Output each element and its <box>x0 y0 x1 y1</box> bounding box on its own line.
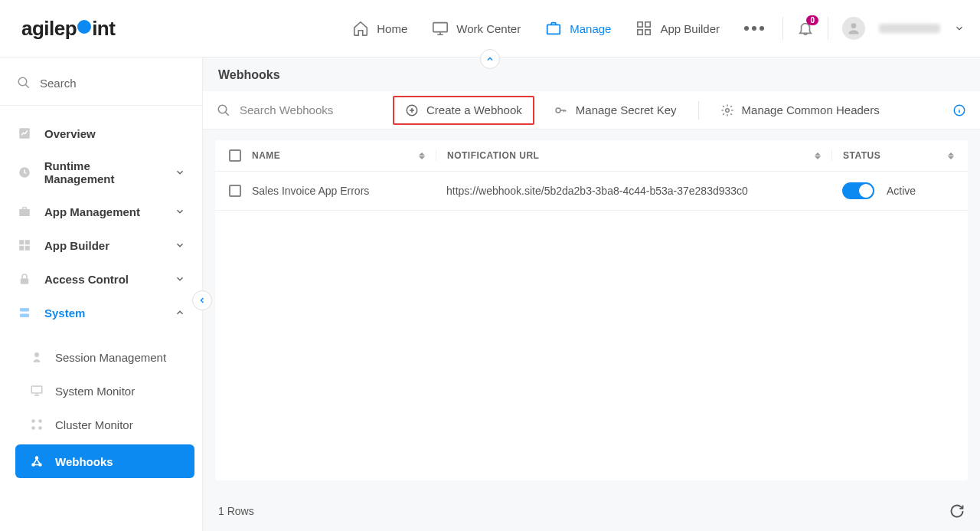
manage-common-headers-button[interactable]: Manage Common Headers <box>710 97 890 123</box>
svg-point-30 <box>725 108 729 112</box>
user-avatar[interactable] <box>842 17 865 40</box>
column-label: NOTIFICATION URL <box>447 150 539 161</box>
webhook-icon <box>29 454 44 469</box>
sort-icon <box>419 152 425 159</box>
svg-rect-15 <box>21 278 29 284</box>
sidebar-item-runtime-mgmt[interactable]: Runtime Management <box>0 150 202 195</box>
gear-icon <box>720 103 734 117</box>
sidebar-item-overview[interactable]: Overview <box>0 116 202 150</box>
app-header: agilep int Home Work Center Manage <box>0 0 980 57</box>
sidebar-item-app-builder[interactable]: App Builder <box>0 228 202 262</box>
divider-icon <box>698 101 699 120</box>
sidebar-item-app-mgmt[interactable]: App Management <box>0 195 202 228</box>
select-all-checkbox[interactable] <box>229 149 252 162</box>
nav-more-button[interactable] <box>744 26 764 31</box>
sub-item-webhooks[interactable]: Webhooks <box>15 444 194 478</box>
top-nav: Home Work Center Manage App Builder <box>352 20 764 37</box>
row-count-label: 1 Rows <box>218 505 254 517</box>
sidebar-item-access-control[interactable]: Access Control <box>0 262 202 296</box>
briefcase-icon <box>545 20 562 37</box>
svg-rect-13 <box>19 246 24 251</box>
user-icon <box>29 349 44 365</box>
search-webhooks-input[interactable]: Search Webhooks <box>217 103 393 117</box>
table-row[interactable]: Sales Invoice App Errors https://webhook… <box>215 172 968 211</box>
sub-item-cluster-monitor[interactable]: Cluster Monitor <box>0 408 202 441</box>
cluster-icon <box>29 417 44 432</box>
sidebar-item-label: Overview <box>44 127 96 140</box>
monitor-icon <box>432 20 449 37</box>
chevron-up-icon <box>175 307 185 318</box>
svg-rect-4 <box>638 30 642 34</box>
nav-label: Home <box>377 22 407 35</box>
chevron-down-icon <box>175 167 185 178</box>
key-icon <box>553 103 568 117</box>
sidebar-menu: Overview Runtime Management App Manageme… <box>0 106 202 340</box>
sidebar-item-label: System <box>44 306 85 320</box>
column-status[interactable]: STATUS <box>831 150 954 161</box>
refresh-button[interactable] <box>949 503 965 519</box>
grid-icon <box>17 238 32 253</box>
plus-circle-icon <box>405 103 419 117</box>
nav-work-center[interactable]: Work Center <box>432 20 521 37</box>
sub-item-session-mgmt[interactable]: Session Management <box>0 340 202 374</box>
svg-point-23 <box>38 426 42 430</box>
info-button[interactable] <box>952 103 966 117</box>
username-label <box>879 24 940 33</box>
svg-rect-11 <box>19 240 24 244</box>
button-label: Manage Common Headers <box>742 103 880 116</box>
column-label: STATUS <box>843 150 880 161</box>
create-webhook-button[interactable]: Create a Webhook <box>393 96 534 125</box>
chevron-down-icon[interactable] <box>954 23 965 34</box>
sub-item-label: Session Management <box>55 351 166 364</box>
page-toolbar: Search Webhooks Create a Webhook Manage … <box>203 91 980 129</box>
monitor-icon <box>29 383 44 398</box>
sub-item-system-monitor[interactable]: System Monitor <box>0 374 202 408</box>
sort-icon <box>815 152 821 159</box>
svg-rect-17 <box>20 314 29 318</box>
sub-item-label: Cluster Monitor <box>55 418 133 431</box>
sidebar-search-input[interactable]: Search <box>0 65 202 106</box>
table-footer: 1 Rows <box>203 491 980 531</box>
lock-icon <box>17 271 32 287</box>
chevron-up-icon <box>485 54 495 64</box>
svg-rect-16 <box>20 308 29 312</box>
toolbox-icon <box>17 204 32 219</box>
sub-item-label: System Monitor <box>55 385 135 398</box>
search-icon <box>217 103 230 117</box>
cell-status: Active <box>831 182 954 199</box>
nav-label: Manage <box>570 22 611 35</box>
chevron-left-icon <box>198 296 207 305</box>
button-label: Manage Secret Key <box>576 103 677 116</box>
column-name[interactable]: NAME <box>252 150 436 161</box>
sidebar-collapse-toggle[interactable] <box>192 290 212 310</box>
apps-icon <box>635 20 652 37</box>
home-icon <box>352 20 369 37</box>
svg-point-18 <box>34 352 39 357</box>
column-url[interactable]: NOTIFICATION URL <box>436 150 831 161</box>
nav-label: Work Center <box>456 22 521 35</box>
manage-secret-key-button[interactable]: Manage Secret Key <box>542 97 688 123</box>
refresh-icon <box>949 503 965 519</box>
nav-home[interactable]: Home <box>352 20 407 37</box>
status-toggle[interactable] <box>842 182 874 199</box>
sidebar-item-system[interactable]: System <box>0 296 202 329</box>
button-label: Create a Webhook <box>426 103 522 116</box>
svg-point-20 <box>31 419 35 423</box>
logo-text-post: int <box>92 17 115 41</box>
svg-point-6 <box>851 23 857 28</box>
svg-point-24 <box>36 457 38 459</box>
notifications-button[interactable]: 0 <box>797 20 814 37</box>
logo-dot-icon <box>77 20 91 34</box>
header-collapse-toggle[interactable] <box>480 49 500 69</box>
app-logo: agilep int <box>21 17 115 41</box>
row-checkbox[interactable] <box>229 185 252 197</box>
svg-rect-19 <box>31 386 42 393</box>
svg-rect-1 <box>547 25 560 34</box>
nav-manage[interactable]: Manage <box>545 20 611 37</box>
webhooks-table: NAME NOTIFICATION URL STATUS Sales Invoi… <box>215 140 968 480</box>
sidebar-item-label: App Builder <box>44 239 109 252</box>
nav-app-builder[interactable]: App Builder <box>635 20 720 37</box>
clock-icon <box>17 165 32 180</box>
chevron-down-icon <box>175 274 185 284</box>
main-content: Webhooks Search Webhooks Create a Webhoo… <box>203 57 980 531</box>
